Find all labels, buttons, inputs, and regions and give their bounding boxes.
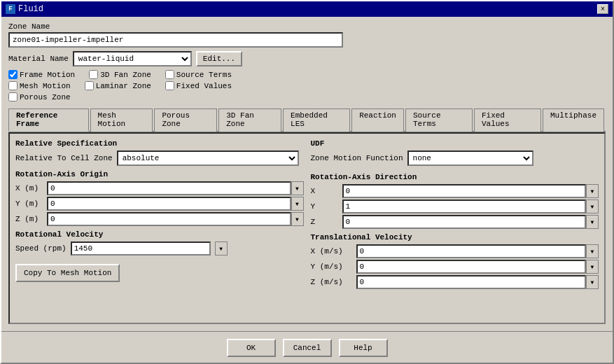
material-row: Material Name water-liquid Edit... [8,51,606,66]
direction-y-input[interactable] [342,200,587,214]
trans-x-dropdown[interactable]: ▼ [586,244,599,258]
trans-y-dropdown[interactable]: ▼ [586,260,599,274]
direction-x-input[interactable] [342,184,587,198]
tab-fixed-values[interactable]: Fixed Values [474,108,541,132]
udf-row: Zone Motion Function none [311,150,599,166]
window-title: Fluid [18,4,43,14]
direction-x-row: X ▼ [311,184,599,198]
trans-y-row: Y (m/s) ▼ [311,260,599,274]
frame-motion-checkbox[interactable]: Frame Motion [8,70,75,79]
origin-y-row: Y (m) ▼ [15,197,304,211]
edit-button[interactable]: Edit... [196,51,242,66]
trans-z-row: Z (m/s) ▼ [311,275,599,289]
ok-button[interactable]: OK [227,339,276,357]
rotational-velocity-section: Rotational Velocity Speed (rpm) ▼ [15,230,304,255]
checkboxes-row-3: Porous Zone [8,92,606,102]
trans-x-label: X (m/s) [311,247,356,255]
speed-label: Speed (rpm) [15,244,67,253]
direction-z-row: Z ▼ [311,215,599,229]
direction-x-dropdown[interactable]: ▼ [586,184,599,198]
origin-z-dropdown[interactable]: ▼ [291,212,304,226]
rotational-velocity-title: Rotational Velocity [15,230,304,239]
porous-zone-checkbox[interactable]: Porous Zone [8,92,71,102]
trans-z-input[interactable] [356,275,587,289]
trans-z-dropdown[interactable]: ▼ [586,275,599,289]
zone-name-row: Zone Name [8,22,606,48]
tab-reference-frame[interactable]: Reference Frame [8,108,89,132]
trans-y-label: Y (m/s) [311,262,356,271]
bottom-buttons: OK Cancel Help [1,333,613,363]
origin-y-dropdown[interactable]: ▼ [291,197,304,211]
title-bar: F Fluid × [1,1,613,17]
fixed-values-checkbox[interactable]: Fixed Values [165,81,232,90]
zone-motion-label: Zone Motion Function [311,154,403,162]
col-right: UDF Zone Motion Function none Rotation-A… [311,139,599,293]
origin-y-label: Y (m) [15,200,47,208]
mesh-motion-checkbox[interactable]: Mesh Motion [8,81,71,90]
zone-name-label: Zone Name [8,22,606,31]
material-label: Material Name [8,55,69,63]
rotation-axis-direction: Rotation-Axis Direction X ▼ Y ▼ Z [311,173,599,229]
copy-to-mesh-motion-button[interactable]: Copy To Mesh Motion [15,264,120,282]
udf-title: UDF [311,139,599,148]
tab-embedded-les[interactable]: Embedded LES [283,108,350,132]
rotation-axis-origin: Rotation-Axis Origin X (m) ▼ Y (m) ▼ [15,170,304,226]
relative-to-select[interactable]: absolute [117,150,299,166]
fluid-dialog: F Fluid × Zone Name Material Name water-… [0,0,614,364]
trans-x-input[interactable] [356,244,587,258]
direction-y-label: Y [311,202,342,211]
udf-section: UDF Zone Motion Function none [311,139,599,166]
trans-x-row: X (m/s) ▼ [311,244,599,258]
tab-content-reference-frame: Relative Specification Relative To Cell … [8,132,606,324]
origin-y-input[interactable] [47,197,291,211]
direction-z-dropdown[interactable]: ▼ [586,215,599,229]
origin-z-input[interactable] [47,212,291,226]
title-bar-left: F Fluid [6,4,43,14]
origin-z-label: Z (m) [15,215,47,223]
direction-y-row: Y ▼ [311,200,599,214]
trans-y-input[interactable] [356,260,587,274]
rotation-axis-origin-title: Rotation-Axis Origin [15,170,304,178]
tab-source-terms[interactable]: Source Terms [405,108,473,132]
checkboxes-row-2: Mesh Motion Laminar Zone Fixed Values [8,81,606,90]
tabs-row: Reference Frame Mesh Motion Porous Zone … [8,108,606,132]
col-left: Relative Specification Relative To Cell … [15,139,304,293]
rotational-velocity-row: Speed (rpm) ▼ [15,241,304,255]
source-terms-checkbox[interactable]: Source Terms [165,70,232,79]
direction-x-label: X [311,187,342,195]
relative-spec-title: Relative Specification [15,139,304,148]
cancel-button[interactable]: Cancel [283,339,332,357]
laminar-zone-checkbox[interactable]: Laminar Zone [85,81,151,90]
tab-porous-zone[interactable]: Porous Zone [154,108,217,132]
origin-z-row: Z (m) ▼ [15,212,304,226]
tab-mesh-motion[interactable]: Mesh Motion [90,108,153,132]
tab-reaction[interactable]: Reaction [351,108,404,132]
direction-z-input[interactable] [342,215,587,229]
origin-x-input[interactable] [47,181,291,195]
zone-motion-select[interactable]: none [407,150,533,166]
fan-zone-checkbox[interactable]: 3D Fan Zone [89,70,151,79]
trans-z-label: Z (m/s) [311,278,356,286]
tab-multiphase[interactable]: Multiphase [543,108,604,132]
checkboxes-row-1: Frame Motion 3D Fan Zone Source Terms [8,70,606,79]
translational-velocity-title: Translational Velocity [311,233,599,241]
help-button[interactable]: Help [339,339,388,357]
direction-y-dropdown[interactable]: ▼ [586,200,599,214]
tab-3d-fan-zone[interactable]: 3D Fan Zone [218,108,281,132]
origin-x-label: X (m) [15,184,47,192]
relative-to-label: Relative To Cell Zone [15,154,113,162]
material-select[interactable]: water-liquid [73,51,192,66]
origin-x-dropdown[interactable]: ▼ [291,181,304,195]
speed-dropdown[interactable]: ▼ [215,241,228,255]
direction-z-label: Z [311,218,342,226]
zone-name-input[interactable] [8,32,343,48]
origin-x-row: X (m) ▼ [15,181,304,195]
relative-spec-row: Relative To Cell Zone absolute [15,150,304,166]
translational-velocity-section: Translational Velocity X (m/s) ▼ Y (m/s)… [311,233,599,289]
rotation-axis-direction-title: Rotation-Axis Direction [311,173,599,181]
app-icon: F [6,4,15,14]
two-col-layout: Relative Specification Relative To Cell … [15,139,599,293]
speed-input[interactable] [71,241,211,255]
window-content: Zone Name Material Name water-liquid Edi… [1,17,613,330]
close-button[interactable]: × [597,4,608,14]
